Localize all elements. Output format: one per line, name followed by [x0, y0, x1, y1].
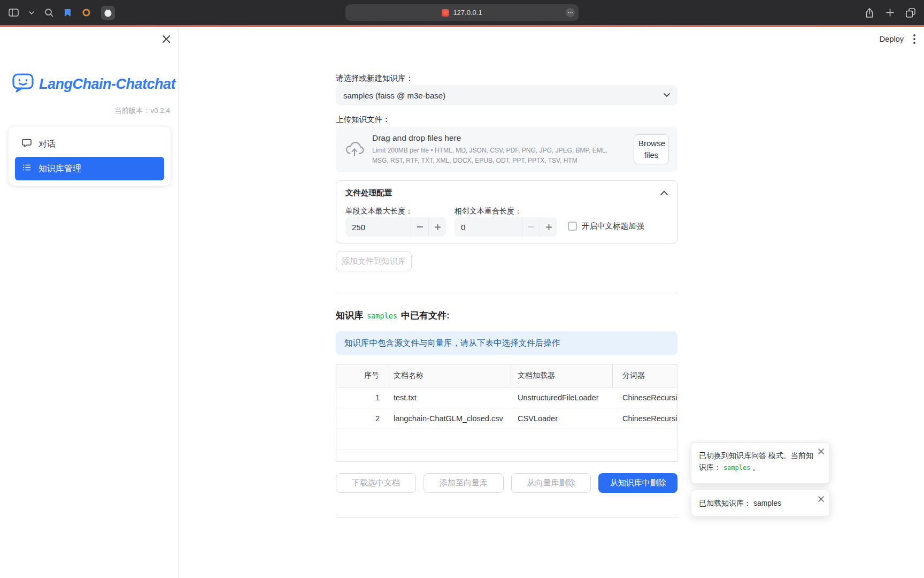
kb-files-heading: 知识库 samples 中已有文件:: [336, 309, 450, 322]
upload-label: 上传知识文件：: [336, 115, 390, 125]
version-label: 当前版本：v0.2.4: [114, 106, 170, 116]
chevron-down-icon[interactable]: [29, 11, 34, 14]
plus-button[interactable]: [540, 217, 557, 237]
browse-files-button[interactable]: Browse files: [634, 134, 669, 164]
kb-select-dropdown[interactable]: samples (faiss @ m3e-base): [336, 85, 677, 105]
sidebar-item-knowledge-base[interactable]: 知识库管理: [15, 157, 164, 180]
expander-title: 文件处理配置: [345, 188, 392, 198]
divider: [336, 517, 677, 518]
chevron-down-icon: [664, 93, 670, 97]
content-column: 请选择或新建知识库： samples (faiss @ m3e-base) 上传…: [336, 27, 677, 578]
dropzone-title: Drag and drop files here: [372, 133, 624, 143]
column-header-loader[interactable]: 文档加载器: [511, 364, 613, 387]
address-bar-url: 127.0.0.1: [453, 9, 482, 17]
file-dropzone[interactable]: Drag and drop files here Limit 200MB per…: [336, 127, 677, 172]
divider: [336, 293, 677, 293]
github-extension-icon[interactable]: [101, 6, 115, 20]
zh-title-enhance-checkbox[interactable]: 开启中文标题加强: [568, 221, 644, 231]
new-tab-icon[interactable]: [886, 9, 894, 17]
file-config-expander: 文件处理配置 单段文本最大长度： 相邻文本重合长度： 250 0: [336, 180, 677, 244]
cell-name: langchain-ChatGLM_closed.csv: [389, 408, 511, 429]
main-menu-kebab-icon[interactable]: [913, 34, 915, 44]
toast-kb-loaded: 已加载知识库： samples: [691, 490, 830, 516]
chunk-size-value[interactable]: 250: [345, 217, 411, 237]
knowledge-base-icon: [22, 163, 32, 174]
row-marker-cell[interactable]: [336, 387, 358, 408]
info-text: 知识库中包含源文件与向量库，请从下表中选择文件后操作: [344, 338, 560, 349]
cell-index: 2: [358, 408, 389, 429]
toast-text-suffix: 。: [752, 463, 760, 471]
chunk-overlap-value[interactable]: 0: [455, 217, 522, 237]
info-banner: 知识库中包含源文件与向量库，请从下表中选择文件后操作: [336, 331, 677, 355]
chat-bubble-icon: [22, 138, 32, 150]
bookmark-extension-icon[interactable]: [64, 9, 72, 17]
address-bar[interactable]: 127.0.0.1: [345, 4, 579, 21]
checkbox-label: 开启中文标题加强: [582, 221, 644, 231]
sidebar-toggle-icon[interactable]: [9, 8, 19, 17]
chunk-size-input: 250: [345, 217, 446, 237]
table-header-row: 序号 文档名称 文档加载器 分词器: [336, 364, 677, 387]
chatchat-logo-icon: [12, 73, 34, 95]
minus-button[interactable]: [522, 217, 540, 237]
kb-files-prefix: 知识库: [336, 309, 363, 322]
table-row[interactable]: 1 test.txt UnstructuredFileLoader Chines…: [336, 387, 677, 408]
sidebar-close-icon[interactable]: [160, 33, 172, 45]
download-selected-button[interactable]: 下载选中文档: [336, 473, 416, 493]
app-logo: LangChain-Chatchat: [12, 73, 175, 95]
chevron-up-icon: [660, 191, 668, 195]
sidebar-item-dialogue[interactable]: 对话: [15, 132, 164, 156]
add-files-button[interactable]: 添加文件到知识库: [336, 252, 412, 271]
page-settings-ellipsis-icon[interactable]: [566, 8, 575, 17]
cell-name: test.txt: [389, 387, 511, 408]
toast-mode-switched: 已切换到知识库问答 模式。当前知识库： samples 。: [691, 442, 830, 484]
chunk-overlap-input: 0: [455, 217, 557, 237]
share-icon[interactable]: [865, 7, 874, 18]
kb-select-label: 请选择或新建知识库：: [336, 73, 413, 83]
cell-index: 1: [358, 387, 389, 408]
sidebar: LangChain-Chatchat 当前版本：v0.2.4 对话 知识库管理: [0, 27, 179, 578]
tab-overview-icon[interactable]: [906, 8, 915, 18]
column-header-index[interactable]: 序号: [358, 364, 389, 387]
checkbox-box[interactable]: [568, 222, 577, 231]
table-empty-row: [336, 429, 677, 450]
app-title: LangChain-Chatchat: [39, 76, 175, 93]
streamlit-header: Deploy: [880, 27, 915, 51]
files-table: 序号 文档名称 文档加载器 分词器 1 test.txt Unstructure…: [336, 364, 677, 462]
toast-text: 已加载知识库： samples: [699, 499, 781, 507]
chunk-size-label: 单段文本最大长度：: [345, 207, 413, 216]
sidebar-item-label: 对话: [38, 139, 56, 150]
kb-name-code: samples: [367, 311, 397, 320]
plus-button[interactable]: [428, 217, 446, 237]
add-to-vector-store-button[interactable]: 添加至向量库: [424, 473, 504, 493]
cell-splitter: ChineseRecursiveT: [613, 408, 677, 429]
recorder-extension-icon[interactable]: [82, 8, 91, 17]
kb-files-suffix: 中已有文件:: [401, 309, 450, 322]
cell-loader: UnstructuredFileLoader: [511, 387, 613, 408]
search-icon[interactable]: [44, 8, 53, 17]
table-row[interactable]: 2 langchain-ChatGLM_closed.csv CSVLoader…: [336, 408, 677, 429]
sidebar-menu: 对话 知识库管理: [9, 127, 171, 186]
delete-from-kb-button[interactable]: 从知识库中删除: [598, 473, 677, 493]
delete-from-vector-store-button[interactable]: 从向量库删除: [511, 473, 591, 493]
row-marker-header[interactable]: [336, 364, 358, 387]
minus-button[interactable]: [411, 217, 428, 237]
row-marker-cell[interactable]: [336, 408, 358, 429]
table-actions: 下载选中文档 添加至向量库 从向量库删除 从知识库中删除: [336, 473, 677, 493]
toast-kb-code: samples: [723, 464, 751, 471]
browser-toolbar: 127.0.0.1: [0, 0, 924, 25]
dropzone-limit-text: Limit 200MB per file • HTML, MD, JSON, C…: [372, 146, 624, 165]
column-header-name[interactable]: 文档名称: [389, 364, 511, 387]
deploy-button[interactable]: Deploy: [880, 35, 904, 43]
cell-loader: CSVLoader: [511, 408, 613, 429]
cloud-upload-icon: [344, 142, 365, 157]
toast-close-icon[interactable]: [818, 496, 824, 502]
column-header-splitter[interactable]: 分词器: [613, 364, 677, 387]
expander-header[interactable]: 文件处理配置: [336, 181, 677, 204]
cell-splitter: ChineseRecursiveT: [613, 387, 677, 408]
dropzone-instructions: Drag and drop files here Limit 200MB per…: [372, 133, 626, 165]
chunk-overlap-label: 相邻文本重合长度：: [455, 207, 522, 216]
site-favicon-icon: [442, 9, 449, 17]
kb-select-value: samples (faiss @ m3e-base): [343, 91, 445, 100]
toast-close-icon[interactable]: [818, 448, 824, 454]
sidebar-item-label: 知识库管理: [38, 163, 81, 174]
